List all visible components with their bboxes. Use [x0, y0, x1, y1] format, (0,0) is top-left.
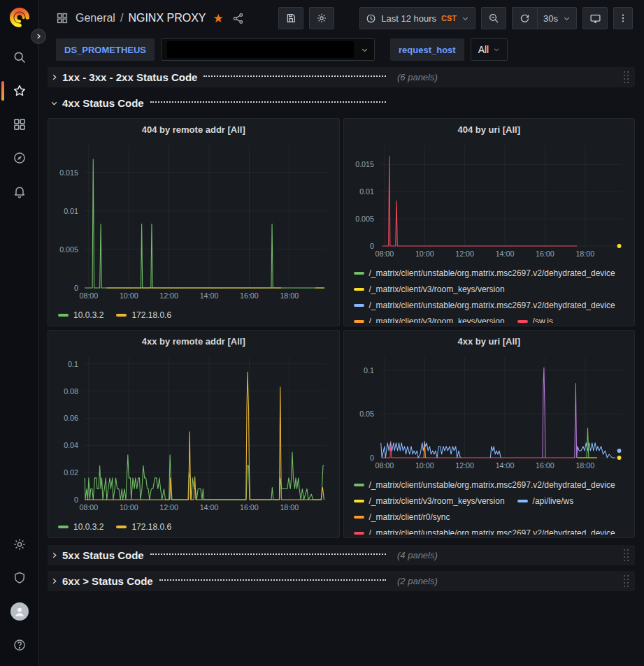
legend-item[interactable]: /_matrix/client/unstable/org.matrix.msc2…	[354, 479, 615, 491]
legend-label: 172.18.0.6	[131, 310, 171, 320]
top-navbar: General / NGINX PROXY ★ Last 12 hours CS…	[39, 0, 644, 36]
chart-plot-404-by-uri[interactable]: 08:0010:0012:0014:0016:0018:0000.0050.01…	[348, 140, 631, 261]
row-drag-handle[interactable]	[623, 71, 629, 84]
row-header-6xx[interactable]: 6xx > Status Code (2 panels)	[48, 571, 635, 591]
legend-item[interactable]: /_matrix/client/unstable/org.matrix.msc2…	[354, 527, 615, 535]
svg-text:0.02: 0.02	[64, 468, 78, 477]
svg-text:14:00: 14:00	[200, 503, 219, 512]
chart-plot-4xx-by-remote-addr[interactable]: 08:0010:0012:0014:0016:0018:0000.020.040…	[52, 352, 335, 515]
legend-item[interactable]: /sw.js	[517, 315, 553, 323]
sidebar-item-help[interactable]	[0, 628, 39, 662]
legend-label: 10.0.3.2	[73, 310, 103, 320]
sidebar-item-dashboards[interactable]	[0, 108, 39, 141]
svg-text:10:00: 10:00	[415, 249, 434, 258]
legend-item[interactable]: 10.0.3.2	[58, 309, 103, 321]
panel-title[interactable]: 404 by remote addr [All]	[52, 119, 335, 140]
svg-text:0.015: 0.015	[59, 168, 78, 176]
svg-text:16:00: 16:00	[536, 461, 554, 470]
legend-item[interactable]: /_matrix/client/unstable/org.matrix.msc2…	[354, 299, 615, 312]
sidebar-item-configuration[interactable]	[0, 528, 39, 561]
time-range-picker[interactable]: Last 12 hours CST	[359, 7, 475, 29]
variable-select-ds-prometheus[interactable]	[161, 38, 375, 61]
row-left: 4xx Status Code	[50, 97, 387, 109]
row-left: 6xx > Status Code	[50, 575, 387, 587]
chart-plot-404-by-remote-addr[interactable]: 08:0010:0012:0014:0016:0018:0000.0050.01…	[52, 140, 335, 303]
legend-swatch	[354, 288, 364, 291]
favorite-star-icon[interactable]: ★	[213, 11, 224, 26]
variable-select-request-host[interactable]: All	[471, 38, 508, 61]
svg-text:0.05: 0.05	[359, 410, 374, 418]
legend-swatch	[517, 500, 528, 502]
panel-legend: 10.0.3.2172.18.0.6	[52, 306, 335, 321]
cycle-view-mode-button[interactable]	[582, 7, 608, 29]
legend-item[interactable]: 172.18.0.6	[116, 521, 171, 533]
redacted-value	[167, 41, 354, 58]
legend-item[interactable]: /api/live/ws	[517, 495, 574, 507]
save-dashboard-button[interactable]	[278, 7, 303, 29]
svg-text:0.08: 0.08	[64, 386, 78, 395]
legend-swatch	[116, 526, 127, 528]
chart-area: 08:0010:0012:0014:0016:0018:0000.050.1	[348, 352, 631, 476]
legend-item[interactable]: /_matrix/client/v3/room_keys/version	[354, 283, 505, 296]
panel-title[interactable]: 4xx by uri [All]	[348, 331, 631, 352]
legend-swatch	[517, 320, 528, 323]
refresh-button[interactable]	[512, 7, 537, 29]
sidebar-item-server-admin[interactable]	[0, 561, 39, 595]
kebab-menu-button[interactable]	[613, 7, 633, 29]
legend-item[interactable]: 172.18.0.6	[116, 309, 171, 321]
explore-compass-icon	[13, 151, 27, 165]
variable-value-request-host: All	[478, 44, 489, 55]
search-icon	[13, 50, 27, 64]
svg-text:0.04: 0.04	[64, 441, 78, 449]
dashboard-settings-button[interactable]	[309, 7, 334, 29]
row-left: 5xx Status Code	[50, 549, 387, 561]
legend-item[interactable]: /_matrix/client/v3/room_keys/version	[354, 495, 505, 507]
dashboard-grid-icon[interactable]	[56, 12, 69, 24]
sidebar-item-profile[interactable]	[0, 595, 39, 628]
breadcrumb-section[interactable]: General	[76, 12, 115, 24]
svg-text:0.01: 0.01	[64, 207, 78, 215]
row-title: 1xx - 3xx - 2xx Status Code	[62, 71, 197, 83]
legend-swatch	[354, 272, 364, 275]
sidebar-item-alerting[interactable]	[0, 175, 39, 208]
legend-item[interactable]: /_matrix/client/v3/room_keys/version	[354, 315, 505, 323]
grafana-logo[interactable]	[9, 7, 30, 28]
row-title: 6xx > Status Code	[62, 575, 153, 587]
svg-text:12:00: 12:00	[159, 503, 178, 512]
svg-text:0.015: 0.015	[355, 160, 374, 168]
legend-label: /api/live/ws	[533, 496, 574, 506]
breadcrumb-separator: /	[120, 12, 123, 24]
sidebar-item-explore[interactable]	[0, 141, 39, 175]
zoom-out-time-button[interactable]	[481, 7, 506, 29]
variables-row: DS_PROMETHEUS request_host All	[39, 36, 644, 63]
sidebar-expand-button[interactable]	[31, 29, 46, 44]
row-drag-handle[interactable]	[623, 574, 629, 588]
panel-title[interactable]: 404 by uri [All]	[348, 119, 631, 140]
row-header-4xx[interactable]: 4xx Status Code	[48, 93, 635, 113]
dotted-leader	[150, 101, 386, 103]
breadcrumb-dashboard-title[interactable]: NGINX PROXY	[128, 12, 206, 24]
legend-item[interactable]: /_matrix/client/r0/sync	[354, 511, 450, 523]
sidebar-item-starred[interactable]	[0, 74, 39, 108]
row-header-5xx[interactable]: 5xx Status Code (4 panels)	[48, 545, 635, 565]
sidebar-bottom	[0, 528, 39, 666]
sidebar-item-search[interactable]	[0, 41, 39, 74]
user-avatar	[10, 602, 29, 621]
share-icon[interactable]	[232, 13, 244, 24]
row-drag-handle[interactable]	[623, 549, 629, 562]
variable-label-ds-prometheus: DS_PROMETHEUS	[56, 38, 155, 61]
svg-text:10:00: 10:00	[415, 461, 434, 470]
legend-label: /_matrix/client/unstable/org.matrix.msc2…	[369, 528, 615, 535]
svg-text:08:00: 08:00	[375, 249, 394, 258]
legend-swatch	[116, 314, 127, 317]
panel-title[interactable]: 4xx by remote addr [All]	[52, 331, 335, 352]
chart-plot-4xx-by-uri[interactable]: 08:0010:0012:0014:0016:0018:0000.050.1	[348, 352, 631, 473]
clock-icon	[366, 13, 376, 24]
legend-label: /sw.js	[533, 317, 553, 323]
row-header-1xx-3xx-2xx[interactable]: 1xx - 3xx - 2xx Status Code (6 panels)	[48, 67, 635, 87]
legend-label: /_matrix/client/r0/sync	[369, 512, 450, 522]
star-icon	[13, 84, 27, 98]
legend-item[interactable]: 10.0.3.2	[58, 521, 103, 533]
legend-item[interactable]: /_matrix/client/unstable/org.matrix.msc2…	[354, 267, 615, 280]
refresh-interval-select[interactable]: 30s	[537, 7, 577, 29]
